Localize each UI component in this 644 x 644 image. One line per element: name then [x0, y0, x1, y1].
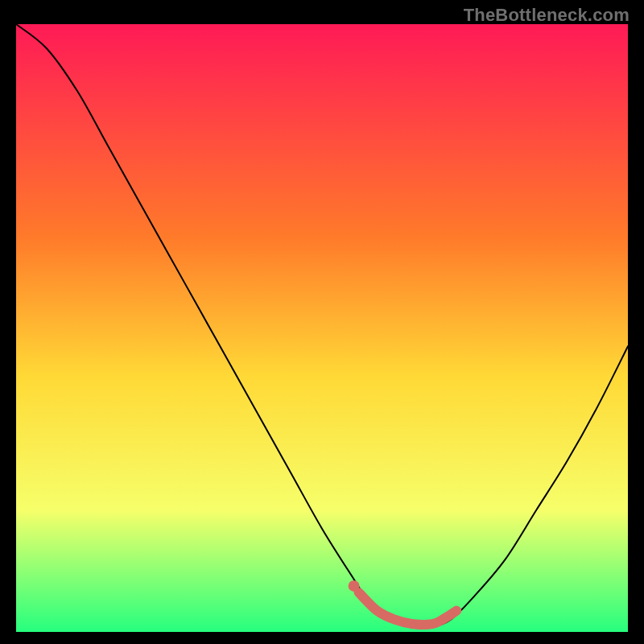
watermark-text: TheBottleneck.com [464, 5, 630, 26]
optimal-range-start-dot [349, 580, 360, 592]
chart-svg [16, 24, 628, 632]
plot-area [16, 24, 628, 632]
gradient-background [16, 24, 628, 632]
chart-frame: TheBottleneck.com [0, 0, 644, 644]
